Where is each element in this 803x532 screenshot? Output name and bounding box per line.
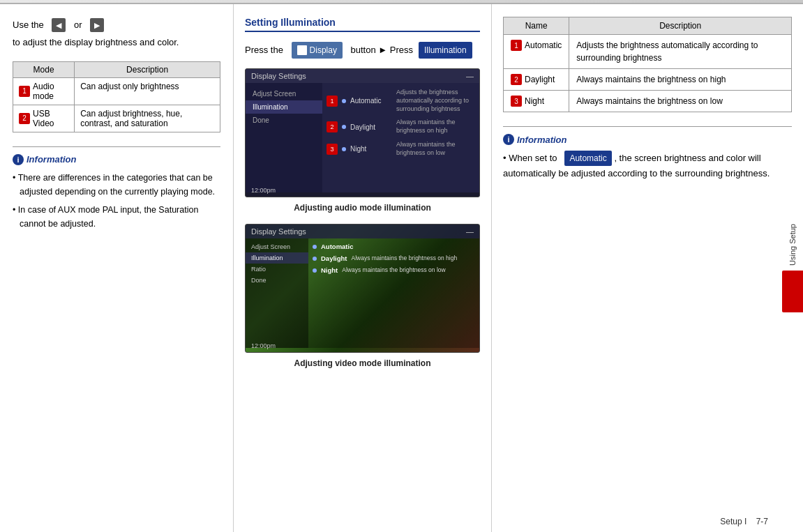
left-info-section: i Information There are differences in t…	[13, 146, 220, 231]
illumination-button-label: Illumination	[419, 42, 472, 59]
info-bullet-2: In case of AUX mode PAL input, the Satur…	[13, 203, 220, 231]
info-bullets-left: There are differences in the categories …	[13, 171, 220, 231]
main-content: Use the ◀ or ▶ to adjust the display bri…	[0, 4, 803, 532]
mode-col-header: Mode	[13, 61, 75, 77]
screen2-icon: —	[466, 227, 474, 236]
table-row: 2 Daylight Always maintains the brightne…	[504, 69, 792, 91]
opt-desc-3: Always maintains the brightness on low	[396, 141, 475, 157]
screen1-menu-item-1: Adjust Screen	[246, 87, 322, 100]
screen2-body: Adjust Screen Illumination Ratio Done Au…	[246, 238, 479, 348]
audio-mode-screen: Display Settings — Adjust Screen Illumin…	[245, 68, 480, 197]
instruction-text: Press the Display button ► Press Illumin…	[245, 42, 480, 59]
left-column: Use the ◀ or ▶ to adjust the display bri…	[0, 4, 234, 532]
automatic-badge: Automatic	[564, 151, 611, 166]
row1-desc: Can adjust only brightness	[75, 77, 220, 105]
right-badge-1: 1	[511, 40, 522, 51]
info-icon-right: i	[503, 134, 514, 145]
screen2-option-1: Automatic	[308, 241, 479, 252]
mode-table: Mode Description 1 Audio mode Can adjust…	[13, 61, 220, 132]
opt-dot-v1	[313, 245, 317, 249]
side-tab-label: Using Setup	[788, 224, 797, 266]
row2-desc: Can adjust brightness, hue, contrast, an…	[75, 105, 220, 132]
info-title-right: i Information	[503, 134, 792, 145]
page-number: 7-7	[756, 517, 768, 526]
right-row3-name: 3 Night	[504, 91, 569, 112]
right-name-1: Automatic	[525, 39, 562, 52]
screen1-menu-item-3: Done	[246, 114, 322, 127]
screen1-icon: —	[466, 72, 474, 80]
info-title-text-right: Information	[517, 135, 567, 145]
opt-dot-v2	[313, 257, 317, 261]
screen2-options: Automatic Daylight Always maintains the …	[308, 238, 479, 348]
opt-desc-1: Adjusts the brightness automatically acc…	[396, 89, 475, 113]
info-icon-left: i	[13, 154, 24, 165]
table-row: 2 USB Video Can adjust brightness, hue, …	[13, 105, 220, 132]
display-icon	[297, 45, 307, 55]
table-row: 1 Audio mode Can adjust only brightness	[13, 77, 220, 105]
intro-word1: Use the	[13, 18, 44, 33]
row2-mode: 2 USB Video	[13, 105, 75, 132]
opt-label-3: Night	[350, 145, 392, 153]
opt-label-2: Daylight	[350, 123, 392, 131]
left-nav-btn[interactable]: ◀	[52, 18, 66, 32]
table-row: 3 Night Always maintains the brightness …	[504, 91, 792, 112]
video-mode-screen: Display Settings — Adjust Screen Illumin…	[245, 224, 480, 353]
right-info-section: i Information • When set to Automatic , …	[503, 126, 792, 181]
screen1-header: Display Settings —	[246, 69, 479, 83]
screen2-option-3: Night Always maintains the brightness on…	[308, 264, 479, 276]
right-badge-2: 2	[511, 74, 522, 85]
info-bullet-prefix: •	[503, 153, 509, 163]
mode-name-1: Audio mode	[33, 82, 68, 101]
screen1-menu: Adjust Screen Illumination Done	[246, 83, 322, 192]
display-button-label: Display	[292, 42, 343, 59]
screen1-option-3: 3 Night Always maintains the brightness …	[322, 138, 479, 160]
screen2-menu-item-1: Adjust Screen	[246, 241, 308, 252]
desc-col-header: Description	[75, 61, 220, 77]
side-tab: Using Setup	[782, 224, 803, 313]
row1-mode: 1 Audio mode	[13, 77, 75, 105]
screen1-timestamp: 12:00pm	[251, 187, 276, 194]
intro-word3: to adjust the display brightness and col…	[13, 36, 179, 50]
instruction-part2: button ► Press	[351, 43, 413, 58]
screen2-title: Display Settings	[251, 227, 306, 236]
caption-1: Adjusting audio mode illumination	[245, 203, 480, 213]
right-column: Name Description 1 Automatic Adjusts the…	[492, 4, 803, 532]
info-title-left: i Information	[13, 154, 220, 165]
mode-name-2: USB Video	[33, 109, 68, 128]
screen1-option-1: 1 Automatic Adjusts the brightness autom…	[322, 86, 479, 116]
opt-desc-v3: Always maintains the brightness on low	[342, 266, 445, 274]
screen1-options: 1 Automatic Adjusts the brightness autom…	[322, 83, 479, 192]
display-btn-text: Display	[310, 43, 337, 57]
instruction-part1: Press the	[245, 43, 283, 58]
info-bullet-1: There are differences in the categories …	[13, 171, 220, 199]
right-row1-name: 1 Automatic	[504, 35, 569, 69]
screen2-menu: Adjust Screen Illumination Ratio Done	[246, 238, 308, 348]
caption-2: Adjusting video mode illumination	[245, 358, 480, 368]
opt-desc-v2: Always maintains the brightness on high	[351, 254, 457, 262]
right-nav-btn[interactable]: ▶	[90, 18, 104, 32]
screen2-menu-item-2: Illumination	[246, 252, 308, 264]
intro-text: Use the ◀ or ▶ to adjust the display bri…	[13, 18, 220, 50]
screen2-timestamp: 12:00pm	[251, 342, 276, 349]
opt-label-v2: Daylight	[321, 254, 347, 262]
table-row: 1 Automatic Adjusts the brightness autom…	[504, 35, 792, 69]
opt-label-1: Automatic	[350, 97, 392, 105]
page-footer: Setup I 7-7	[720, 517, 768, 526]
section-title: Setting Illumination	[245, 17, 480, 32]
opt-dot-1	[342, 99, 346, 103]
desc-table: Name Description 1 Automatic Adjusts the…	[503, 17, 792, 112]
screen1-body: Adjust Screen Illumination Done 1 Automa…	[246, 83, 479, 192]
opt-badge-1: 1	[327, 96, 338, 107]
desc-name-header: Name	[504, 17, 569, 35]
opt-label-v3: Night	[321, 266, 338, 274]
info-title-text-left: Information	[27, 154, 77, 165]
opt-badge-3: 3	[327, 144, 338, 155]
badge-1: 1	[19, 86, 30, 97]
right-row2-name: 2 Daylight	[504, 69, 569, 91]
info-when-set: When set to	[509, 153, 557, 163]
intro-word2: or	[74, 18, 82, 33]
screen2-menu-item-4: Done	[246, 275, 308, 286]
screen2-menu-item-3: Ratio	[246, 264, 308, 275]
info-text-right: • When set to Automatic , the screen bri…	[503, 151, 792, 181]
opt-dot-3	[342, 147, 346, 151]
